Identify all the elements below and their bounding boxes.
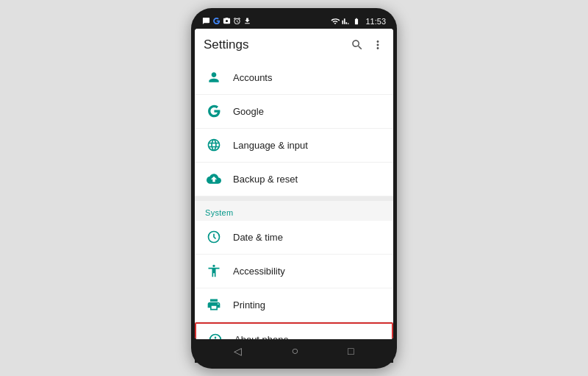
cam-status-icon: [223, 17, 231, 25]
settings-item-accessibility[interactable]: Accessibility: [195, 255, 393, 288]
settings-item-language[interactable]: Language & input: [195, 129, 393, 163]
more-options-icon[interactable]: [371, 38, 384, 52]
status-bar: 11:53: [195, 14, 393, 29]
g-status-icon: [212, 17, 220, 25]
recent-nav-icon[interactable]: □: [348, 345, 354, 357]
home-nav-icon[interactable]: ○: [291, 344, 298, 358]
backup-icon: [205, 170, 223, 188]
app-bar-title: Settings: [204, 38, 248, 52]
settings-item-printing[interactable]: Printing: [195, 288, 393, 322]
datetime-label: Date & time: [233, 232, 283, 243]
printing-label: Printing: [233, 299, 265, 311]
language-icon: [205, 136, 223, 154]
back-nav-icon[interactable]: ◁: [234, 345, 242, 357]
download-status-icon: [243, 17, 251, 25]
language-label: Language & input: [233, 140, 308, 151]
backup-label: Backup & reset: [233, 174, 298, 185]
wifi-status-icon: [331, 17, 340, 26]
search-icon[interactable]: [351, 38, 364, 52]
status-bar-right: 11:53: [331, 17, 386, 26]
about-phone-label: About phone: [234, 334, 289, 339]
signal-status-icon: [342, 17, 349, 26]
accounts-icon: [205, 68, 223, 86]
accessibility-icon: [205, 262, 223, 280]
google-label: Google: [233, 106, 264, 117]
datetime-icon: [205, 228, 223, 246]
status-time: 11:53: [365, 17, 386, 26]
app-bar: Settings: [195, 29, 393, 61]
screen: Settings Accounts: [195, 29, 393, 339]
msg-status-icon: [202, 17, 210, 25]
settings-item-google[interactable]: Google: [195, 95, 393, 129]
phone-frame: 11:53 Settings: [191, 8, 397, 369]
status-bar-left: [202, 17, 251, 25]
nav-bar: ◁ ○ □: [195, 339, 393, 363]
settings-item-backup[interactable]: Backup & reset: [195, 163, 393, 196]
settings-list: Accounts Google Language & input: [195, 61, 393, 339]
system-section-label: System: [205, 208, 233, 217]
battery-status-icon: [351, 18, 362, 25]
app-bar-actions: [351, 38, 384, 52]
about-icon: [207, 331, 224, 339]
settings-item-accounts[interactable]: Accounts: [195, 61, 393, 95]
accounts-label: Accounts: [233, 72, 272, 83]
system-section-header: System: [195, 201, 393, 221]
settings-item-about[interactable]: About phone: [195, 322, 393, 339]
accessibility-label: Accessibility: [233, 266, 285, 277]
settings-item-datetime[interactable]: Date & time: [195, 221, 393, 255]
printing-icon: [205, 296, 223, 313]
google-icon: [205, 102, 223, 120]
alarm-status-icon: [233, 17, 241, 25]
